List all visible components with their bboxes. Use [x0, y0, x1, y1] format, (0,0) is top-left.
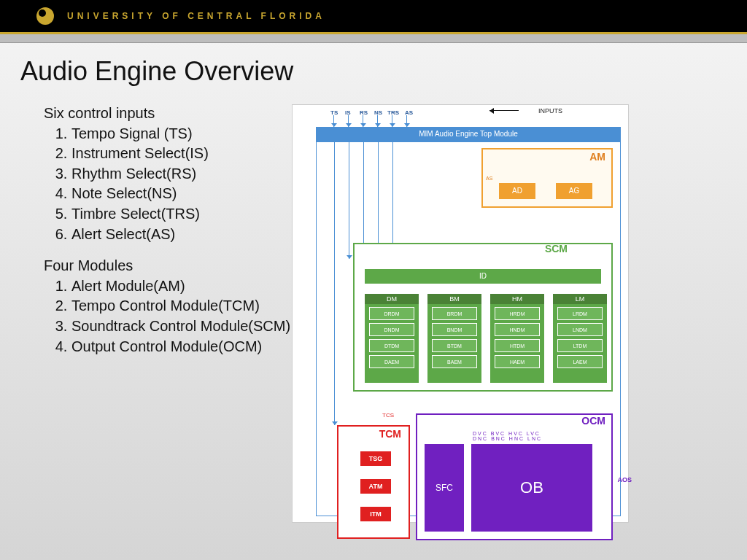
group-cell: HAEM [495, 355, 540, 368]
text-column: Six control inputs Tempo Signal (TS) Ins… [44, 104, 292, 523]
group-header: LM [553, 294, 607, 304]
signal-line [363, 142, 364, 259]
list-item: Alert Module(AM) [71, 277, 292, 296]
tcs-label: TCS [382, 412, 394, 419]
input-pins-row: TS IS RS NS TRS AS [330, 109, 621, 121]
am-sub: AD [499, 183, 535, 199]
list-item: Note Select(NS) [71, 184, 292, 203]
tcm-sub: TSG [360, 451, 391, 466]
group-cell: DTDM [369, 339, 414, 352]
scm-title: SCM [545, 243, 568, 254]
list-item: Instrument Select(IS) [71, 144, 292, 163]
inputs-heading: Six control inputs [44, 104, 292, 123]
signal-line [348, 115, 349, 127]
signal-line [377, 115, 378, 127]
group-header: BM [427, 294, 481, 304]
signal-line [363, 115, 363, 127]
inputs-label: INPUTS [538, 107, 562, 114]
tcm-sub: ITM [360, 507, 391, 521]
ts-line [334, 142, 335, 425]
group-cell: DRDM [369, 307, 414, 320]
am-title: AM [589, 151, 605, 163]
arrow-left-icon [489, 110, 519, 111]
pin-label: NS [374, 109, 382, 116]
group-cell: LTDM [557, 339, 603, 352]
modules-list: Alert Module(AM) Tempo Control Module(TC… [44, 277, 292, 356]
scm-group: LM LRDM LNDM LTDM LAEM [553, 294, 607, 383]
list-item: Soundtrack Control Module(SCM) [71, 317, 292, 336]
aos-label: AOS [617, 476, 632, 483]
org-name: UNIVERSITY OF CENTRAL FLORIDA [67, 11, 325, 21]
ucf-logo-icon [36, 7, 54, 25]
id-bar: ID [365, 269, 601, 284]
tcm-title: TCM [379, 428, 401, 440]
group-cell: BRDM [432, 307, 477, 320]
am-module: AM AS AD AG [481, 148, 613, 208]
group-cell: LRDM [557, 307, 603, 320]
am-sub: AG [556, 183, 592, 199]
group-header: HM [490, 294, 544, 304]
scm-group: HM HRDM HNDM HTDM HAEM [490, 294, 544, 383]
group-cell: LNDM [557, 323, 603, 336]
group-cell: HTDM [495, 339, 540, 352]
list-item: Alert Select(AS) [71, 225, 292, 244]
top-module-bar: MIM Audio Engine Top Module [316, 127, 621, 141]
group-cell: BNDM [432, 323, 477, 336]
ocm-in-labels: DVC BVC HVC LVC DNC BNC HNC LNC [473, 431, 542, 441]
list-item: Output Control Module(OCM) [71, 338, 292, 357]
inputs-list: Tempo Signal (TS) Instrument Select(IS) … [44, 125, 292, 244]
pin-label: TS [330, 109, 338, 116]
main-container: AM AS AD AG SCM ID DM DRDM DNDM DTDM DAE… [316, 141, 621, 516]
block-diagram: TS IS RS NS TRS AS INPUTS MIM Audio Engi… [292, 104, 629, 523]
gray-band [0, 34, 747, 43]
slide-title: Audio Engine Overview [0, 43, 747, 87]
list-item: Timbre Select(TRS) [71, 205, 292, 224]
list-item: Tempo Control Module(TCM) [71, 297, 292, 316]
header-bar: UNIVERSITY OF CENTRAL FLORIDA [0, 0, 747, 32]
scm-group: DM DRDM DNDM DTDM DAEM [365, 294, 419, 383]
scm-module: SCM ID DM DRDM DNDM DTDM DAEM BM BRDM BN… [353, 243, 613, 392]
list-item: Tempo Signal (TS) [71, 125, 292, 144]
ocm-module: OCM DVC BVC HVC LVC DNC BNC HNC LNC SFC … [416, 413, 613, 540]
scm-group: BM BRDM BNDM BTDM BAEM [427, 294, 481, 383]
tcm-sub: ATM [360, 479, 391, 494]
group-cell: HRDM [495, 307, 540, 320]
group-cell: DNDM [369, 323, 414, 336]
slide-content: Six control inputs Tempo Signal (TS) Ins… [0, 87, 747, 523]
signal-line [392, 115, 392, 127]
list-item: Rhythm Select(RS) [71, 165, 292, 184]
signal-line [349, 142, 349, 259]
ob-block: OB [471, 444, 592, 532]
group-cell: LAEM [557, 355, 603, 368]
am-in-label: AS [486, 176, 492, 181]
sfc-block: SFC [425, 444, 464, 532]
group-cell: HNDM [495, 323, 540, 336]
signal-line [378, 142, 379, 259]
signal-line [392, 142, 393, 259]
signal-line [406, 115, 407, 127]
group-cell: BTDM [432, 339, 477, 352]
tcm-module: TCM TSG ATM ITM [337, 425, 410, 539]
signal-line [333, 115, 334, 127]
pin-label: TRS [387, 109, 399, 116]
group-cell: BAEM [432, 355, 477, 368]
group-cell: DAEM [369, 355, 414, 368]
group-header: DM [365, 294, 419, 304]
ocm-title: OCM [581, 415, 605, 427]
modules-heading: Four Modules [44, 257, 292, 276]
pin-label: RS [360, 109, 368, 116]
